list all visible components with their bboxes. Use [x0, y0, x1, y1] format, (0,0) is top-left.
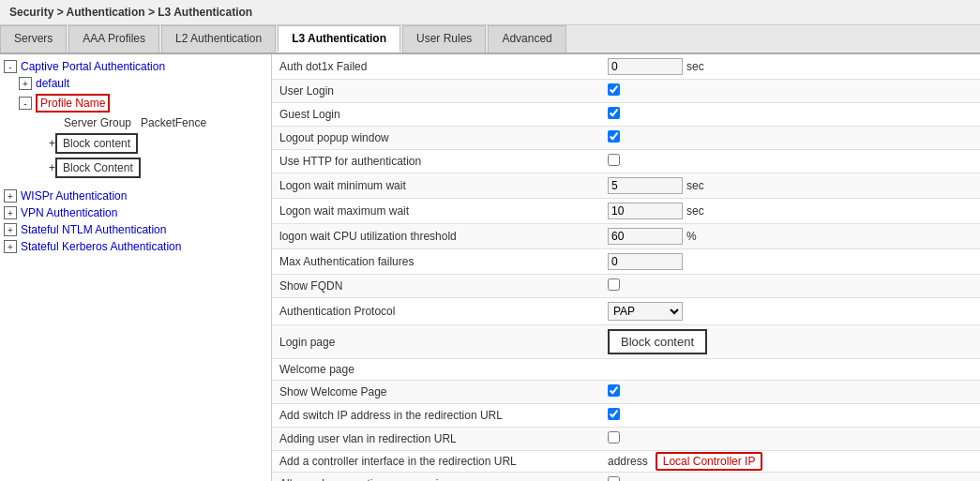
toggle-icon-default[interactable]: +	[19, 77, 32, 90]
captive-portal-label[interactable]: Captive Portal Authentication	[21, 60, 165, 73]
checkbox-input[interactable]	[608, 154, 620, 166]
main-content: - Captive Portal Authentication + defaul…	[0, 54, 980, 481]
address-label: address	[608, 455, 648, 468]
toggle-icon-vpn[interactable]: +	[4, 206, 17, 219]
setting-value[interactable]: PAP	[600, 298, 980, 325]
setting-label: Add switch IP address in the redirection…	[272, 404, 600, 428]
setting-value[interactable]	[600, 473, 980, 482]
select-input[interactable]: PAP	[608, 302, 683, 321]
sidebar-item-default[interactable]: + default	[15, 75, 271, 92]
setting-label: Allow only one active user session	[272, 473, 600, 482]
vpn-label[interactable]: VPN Authentication	[21, 206, 117, 219]
toggle-icon-ntlm[interactable]: +	[4, 223, 17, 236]
sidebar-stateful-kerberos[interactable]: + Stateful Kerberos Authentication	[0, 238, 271, 255]
table-row: Authentication ProtocolPAP	[272, 298, 980, 325]
setting-label: Logon wait maximum wait	[272, 199, 600, 224]
setting-value[interactable]: Block content	[600, 325, 980, 359]
sidebar-captive-portal[interactable]: - Captive Portal Authentication	[0, 58, 271, 75]
setting-value[interactable]	[600, 150, 980, 173]
text-input[interactable]	[608, 253, 683, 270]
toggle-icon-block1[interactable]: +	[49, 137, 55, 150]
table-row: Guest Login	[272, 103, 980, 127]
sidebar-wispr[interactable]: + WISPr Authentication	[0, 188, 271, 204]
setting-label: Show Welcome Page	[272, 381, 600, 404]
setting-value[interactable]	[600, 249, 980, 275]
table-row: Logon wait minimum waitsec	[272, 173, 980, 199]
setting-label: logon wait CPU utilization threshold	[272, 224, 600, 249]
toggle-icon-block2[interactable]: +	[49, 161, 55, 174]
setting-value[interactable]: sec	[600, 54, 980, 80]
tab-l2-auth[interactable]: L2 Authentication	[161, 25, 276, 53]
tab-servers[interactable]: Servers	[0, 25, 67, 53]
tab-user-rules[interactable]: User Rules	[402, 25, 486, 53]
setting-value[interactable]: sec	[600, 173, 980, 199]
sidebar-block-content-1[interactable]: + Block content	[45, 131, 271, 156]
toggle-icon-kerberos[interactable]: +	[4, 240, 17, 253]
table-row: Login pageBlock content	[272, 325, 980, 359]
checkbox-input[interactable]	[608, 83, 620, 96]
text-input[interactable]	[608, 228, 683, 245]
default-label[interactable]: default	[36, 77, 69, 90]
text-input[interactable]	[608, 177, 683, 194]
checkbox-input[interactable]	[608, 431, 620, 443]
tab-aaa-profiles[interactable]: AAA Profiles	[68, 25, 159, 53]
checkbox-input[interactable]	[608, 130, 620, 143]
setting-value[interactable]: sec	[600, 199, 980, 224]
table-row: Welcome page	[272, 359, 980, 381]
tab-bar: Servers AAA Profiles L2 Authentication L…	[0, 25, 980, 54]
table-row: Add a controller interface in the redire…	[272, 451, 980, 473]
setting-value[interactable]	[600, 428, 980, 451]
text-input[interactable]	[608, 203, 683, 219]
block-content-1-label[interactable]: Block content	[55, 133, 138, 154]
settings-table: Auth dot1x FailedsecUser LoginGuest Logi…	[272, 54, 980, 481]
setting-value[interactable]	[600, 127, 980, 150]
table-row: logon wait CPU utilization threshold%	[272, 224, 980, 249]
tab-l3-auth[interactable]: L3 Authentication	[278, 25, 400, 53]
content-panel: Auth dot1x FailedsecUser LoginGuest Logi…	[272, 54, 980, 481]
table-row: Use HTTP for authentication	[272, 150, 980, 173]
setting-label: Login page	[272, 325, 600, 359]
setting-label: Add a controller interface in the redire…	[272, 451, 600, 473]
checkbox-input[interactable]	[608, 384, 620, 397]
text-input[interactable]	[608, 58, 683, 75]
sidebar-block-content-2[interactable]: + Block Content	[45, 156, 271, 180]
toggle-icon-wispr[interactable]: +	[4, 189, 17, 203]
table-row: Logon wait maximum waitsec	[272, 199, 980, 224]
setting-value[interactable]	[600, 275, 980, 298]
setting-label: Logout popup window	[272, 127, 600, 150]
profile-name-details: Server Group PacketFence	[60, 114, 271, 131]
setting-value[interactable]	[600, 103, 980, 127]
setting-label: Max Authentication failures	[272, 249, 600, 275]
setting-value[interactable]	[600, 80, 980, 103]
table-row: Auth dot1x Failedsec	[272, 54, 980, 80]
stateful-kerberos-label[interactable]: Stateful Kerberos Authentication	[21, 240, 181, 253]
table-row: Show Welcome Page	[272, 381, 980, 404]
checkbox-input[interactable]	[608, 408, 620, 420]
packet-fence-label: PacketFence	[141, 116, 206, 129]
checkbox-input[interactable]	[608, 476, 620, 481]
setting-value[interactable]	[600, 359, 980, 381]
sidebar-vpn[interactable]: + VPN Authentication	[0, 204, 271, 221]
table-row: Add switch IP address in the redirection…	[272, 404, 980, 428]
unit-label: sec	[686, 60, 704, 73]
profile-name-label[interactable]: Profile Name	[36, 94, 110, 113]
stateful-ntlm-label[interactable]: Stateful NTLM Authentication	[21, 223, 166, 236]
checkbox-input[interactable]	[608, 107, 620, 119]
setting-value[interactable]: %	[600, 224, 980, 249]
sidebar-item-profile-name[interactable]: - Profile Name	[15, 92, 271, 114]
tab-advanced[interactable]: Advanced	[488, 25, 565, 53]
checkbox-input[interactable]	[608, 278, 620, 291]
wispr-label[interactable]: WISPr Authentication	[21, 189, 127, 203]
sidebar-stateful-ntlm[interactable]: + Stateful NTLM Authentication	[0, 221, 271, 238]
toggle-icon-profile[interactable]: -	[19, 97, 32, 110]
table-row: Adding user vlan in redirection URL	[272, 428, 980, 451]
toggle-icon-captive[interactable]: -	[4, 60, 17, 73]
setting-value[interactable]	[600, 381, 980, 404]
setting-label: Welcome page	[272, 359, 600, 381]
setting-value[interactable]: addressLocal Controller IP	[600, 451, 980, 473]
setting-value[interactable]	[600, 404, 980, 428]
block-content-2-label[interactable]: Block Content	[55, 158, 141, 178]
table-row: Allow only one active user session	[272, 473, 980, 482]
setting-label: Adding user vlan in redirection URL	[272, 428, 600, 451]
setting-label: Show FQDN	[272, 275, 600, 298]
